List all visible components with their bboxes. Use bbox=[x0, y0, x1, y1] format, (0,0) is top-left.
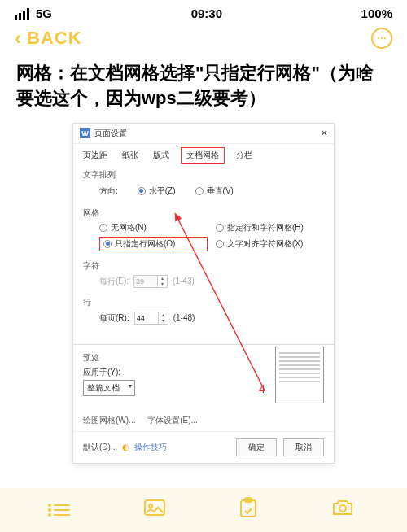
card-icon[interactable] bbox=[144, 498, 165, 522]
section-grid: 网格 bbox=[83, 207, 324, 219]
radio-nogrid[interactable]: 无网格(N) bbox=[99, 222, 208, 233]
section-char: 字符 bbox=[83, 260, 324, 272]
cancel-button[interactable]: 取消 bbox=[283, 438, 324, 456]
link-drawgrid[interactable]: 绘图网格(W)... bbox=[83, 416, 135, 425]
line-range: (1-48) bbox=[173, 313, 195, 322]
signal-bars-icon bbox=[15, 8, 29, 20]
tab-layout[interactable]: 版式 bbox=[150, 147, 173, 164]
close-icon[interactable]: ✕ bbox=[321, 129, 327, 137]
char-range: (1-43) bbox=[173, 277, 195, 286]
annotation-number: 4 bbox=[259, 382, 265, 395]
tab-paper[interactable]: 纸张 bbox=[119, 147, 142, 164]
back-label: BACK bbox=[27, 28, 82, 49]
bulb-icon: ◐ bbox=[122, 443, 129, 451]
tab-columns[interactable]: 分栏 bbox=[233, 147, 256, 164]
tab-margin[interactable]: 页边距 bbox=[80, 147, 111, 164]
battery: 100% bbox=[361, 7, 392, 20]
line-input[interactable] bbox=[135, 312, 158, 324]
char-perline-label: 每行(E): bbox=[99, 276, 129, 287]
tab-grid[interactable]: 文档网格 bbox=[181, 147, 225, 164]
direction-label: 方向: bbox=[99, 185, 118, 197]
svg-point-5 bbox=[339, 505, 346, 512]
radio-chargrid[interactable]: 文字对齐字符网格(X) bbox=[216, 237, 324, 251]
ok-button[interactable]: 确定 bbox=[236, 438, 277, 456]
apply-label: 应用于(Y): bbox=[83, 368, 120, 377]
bottom-nav bbox=[0, 488, 407, 532]
more-button[interactable]: ⋯ bbox=[371, 28, 392, 49]
line-perpage-label: 每页(R): bbox=[99, 312, 129, 324]
preview-thumbnail bbox=[275, 347, 324, 403]
back-button[interactable]: ‹ BACK bbox=[15, 27, 82, 50]
dialog-title: 页面设置 bbox=[94, 128, 127, 139]
link-font[interactable]: 字体设置(E)... bbox=[147, 416, 198, 425]
page-title: 网格：在文档网格选择"只指定行网格"（为啥要选这个，因为wps二级要考） bbox=[0, 56, 407, 123]
svg-rect-1 bbox=[145, 500, 164, 515]
apply-select[interactable]: 整篇文档 bbox=[83, 380, 135, 396]
app-icon: W bbox=[80, 128, 90, 138]
camera-icon[interactable] bbox=[331, 499, 354, 521]
section-layout: 文字排列 bbox=[83, 169, 324, 181]
radio-horizontal[interactable]: 水平(Z) bbox=[138, 185, 176, 197]
chevron-left-icon: ‹ bbox=[15, 27, 22, 50]
char-input[interactable] bbox=[134, 276, 157, 287]
signal-label: 5G bbox=[36, 7, 52, 20]
radio-vertical[interactable]: 垂直(V) bbox=[195, 185, 234, 197]
radio-linechar[interactable]: 指定行和字符网格(H) bbox=[216, 222, 324, 233]
default-link[interactable]: 默认(D)... bbox=[83, 442, 117, 453]
section-line: 行 bbox=[83, 297, 324, 308]
list-icon[interactable] bbox=[54, 504, 70, 516]
tips-link[interactable]: 操作技巧 bbox=[134, 442, 167, 453]
clipboard-icon[interactable] bbox=[239, 497, 257, 523]
radio-lineonly[interactable]: 只指定行网格(O) bbox=[99, 237, 208, 251]
clock: 09:30 bbox=[191, 7, 222, 20]
svg-point-2 bbox=[149, 504, 152, 508]
screenshot-dialog: W 页面设置 ✕ 页边距 纸张 版式 文档网格 分栏 文字排列 方向: 水平(Z… bbox=[72, 123, 335, 464]
